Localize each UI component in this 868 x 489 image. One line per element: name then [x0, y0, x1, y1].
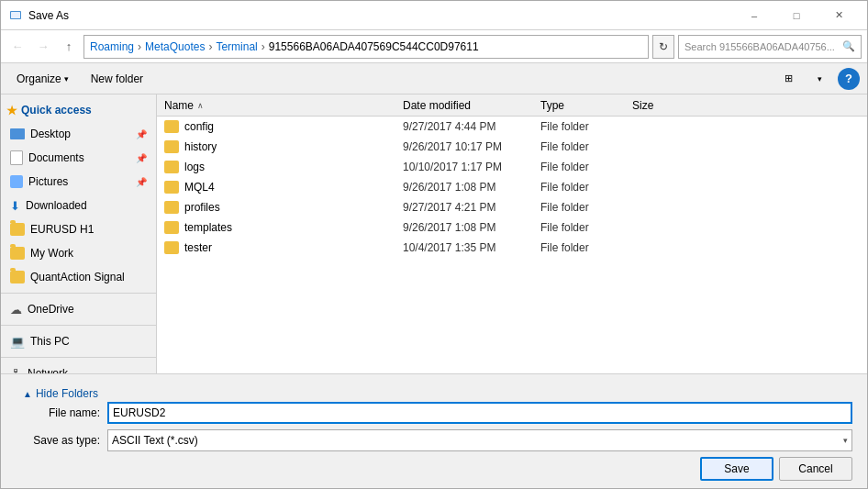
- bottom-section: ▲ Hide Folders File name: Save as type: …: [1, 373, 867, 488]
- col-header-type[interactable]: Type: [540, 99, 632, 112]
- sidebar-item-downloaded[interactable]: ⬇ Downloaded: [1, 194, 156, 217]
- refresh-button[interactable]: ↻: [652, 35, 674, 59]
- action-row: Save Cancel: [16, 457, 852, 481]
- folder-icon: [164, 140, 179, 153]
- view-button[interactable]: ⊞: [775, 68, 801, 90]
- file-list-header: Name ∧ Date modified Type Size: [157, 94, 867, 117]
- col-header-name[interactable]: Name ∧: [164, 99, 403, 112]
- file-date-cell: 10/4/2017 1:35 PM: [403, 241, 540, 254]
- quantaction-folder-icon: [10, 271, 25, 283]
- saveas-select[interactable]: ASCII Text (*.csv) ▾: [107, 429, 852, 451]
- table-row[interactable]: MQL4 9/26/2017 1:08 PM File folder: [157, 177, 867, 197]
- new-folder-button[interactable]: New folder: [83, 68, 151, 90]
- file-type-cell: File folder: [540, 201, 632, 214]
- save-as-dialog: Save As – □ ✕ ← → ↑ Roaming › MetaQuotes…: [0, 0, 868, 489]
- maximize-button[interactable]: □: [775, 1, 818, 30]
- folder-icon: [164, 201, 179, 214]
- forward-button[interactable]: →: [32, 36, 54, 58]
- file-name-cell: logs: [164, 161, 403, 173]
- filename-label: File name:: [16, 406, 107, 419]
- sidebar-quick-access-header[interactable]: ★ Quick access: [1, 98, 156, 122]
- file-pane: Name ∧ Date modified Type Size config: [157, 94, 867, 373]
- breadcrumb-metaquotes[interactable]: MetaQuotes: [145, 40, 205, 53]
- star-icon: ★: [6, 104, 17, 117]
- mywork-folder-icon: [10, 247, 25, 260]
- desktop-icon: [10, 128, 25, 139]
- title-bar: Save As – □ ✕: [1, 1, 867, 30]
- close-button[interactable]: ✕: [818, 1, 860, 30]
- table-row[interactable]: templates 9/26/2017 1:08 PM File folder: [157, 217, 867, 238]
- up-button[interactable]: ↑: [58, 36, 80, 58]
- file-name-cell: tester: [164, 241, 403, 254]
- folder-icon: [164, 241, 179, 254]
- main-content: ★ Quick access Desktop 📌 Documents 📌 Pic…: [1, 94, 867, 373]
- thispc-icon: 💻: [10, 335, 25, 349]
- eurusd-folder-icon: [10, 223, 25, 236]
- back-button[interactable]: ←: [6, 36, 28, 58]
- file-list-body[interactable]: config 9/27/2017 4:44 PM File folder his…: [157, 117, 867, 373]
- dialog-icon: [8, 8, 23, 23]
- breadcrumb-current: 915566BA06ADA407569C544CC0D97611: [269, 40, 479, 53]
- help-button[interactable]: ?: [838, 68, 860, 90]
- breadcrumb-roaming[interactable]: Roaming: [90, 40, 134, 53]
- folder-icon: [164, 221, 179, 234]
- file-name-cell: history: [164, 140, 403, 153]
- address-bar: ← → ↑ Roaming › MetaQuotes › Terminal › …: [1, 30, 867, 63]
- saveas-dropdown-icon: ▾: [843, 436, 848, 445]
- col-header-size[interactable]: Size: [632, 99, 860, 112]
- breadcrumb-bar[interactable]: Roaming › MetaQuotes › Terminal › 915566…: [83, 35, 649, 59]
- save-button[interactable]: Save: [700, 457, 773, 481]
- sidebar: ★ Quick access Desktop 📌 Documents 📌 Pic…: [1, 94, 157, 373]
- organize-button[interactable]: Organize ▾: [8, 68, 77, 90]
- sidebar-item-mywork[interactable]: My Work: [1, 241, 156, 265]
- documents-icon: [10, 150, 23, 165]
- file-type-cell: File folder: [540, 241, 632, 254]
- file-type-cell: File folder: [540, 181, 632, 194]
- search-box[interactable]: Search 915566BA06ADA40756... 🔍: [678, 35, 862, 59]
- svg-rect-1: [11, 12, 20, 18]
- sidebar-item-pictures[interactable]: Pictures 📌: [1, 170, 156, 194]
- saveas-row: Save as type: ASCII Text (*.csv) ▾: [16, 429, 852, 451]
- file-date-cell: 9/27/2017 4:44 PM: [403, 120, 540, 133]
- saveas-label: Save as type:: [16, 434, 107, 447]
- sidebar-item-documents[interactable]: Documents 📌: [1, 146, 156, 170]
- minimize-button[interactable]: –: [733, 1, 775, 30]
- title-bar-buttons: – □ ✕: [733, 1, 860, 30]
- file-type-cell: File folder: [540, 221, 632, 234]
- desktop-pin-icon: 📌: [136, 129, 147, 139]
- table-row[interactable]: profiles 9/27/2017 4:21 PM File folder: [157, 197, 867, 217]
- table-row[interactable]: logs 10/10/2017 1:17 PM File folder: [157, 157, 867, 177]
- saveas-select-value: ASCII Text (*.csv): [112, 434, 843, 447]
- cancel-button[interactable]: Cancel: [779, 457, 852, 481]
- title-bar-title: Save As: [28, 9, 733, 22]
- breadcrumb-terminal[interactable]: Terminal: [216, 40, 257, 53]
- folder-icon: [164, 120, 179, 133]
- table-row[interactable]: history 9/26/2017 10:17 PM File folder: [157, 137, 867, 157]
- file-date-cell: 10/10/2017 1:17 PM: [403, 161, 540, 173]
- folder-icon: [164, 161, 179, 173]
- table-row[interactable]: config 9/27/2017 4:44 PM File folder: [157, 117, 867, 137]
- organize-arrow-icon: ▾: [64, 74, 69, 83]
- toolbar: Organize ▾ New folder ⊞ ▾ ?: [1, 63, 867, 94]
- hide-folders-button[interactable]: ▲ Hide Folders: [16, 382, 852, 402]
- pictures-pin-icon: 📌: [136, 177, 147, 187]
- filename-input[interactable]: [107, 402, 852, 424]
- file-date-cell: 9/26/2017 1:08 PM: [403, 221, 540, 234]
- sidebar-item-network[interactable]: 🖧 Network: [1, 361, 156, 373]
- file-type-cell: File folder: [540, 161, 632, 173]
- sidebar-item-quantaction[interactable]: QuantAction Signal: [1, 265, 156, 289]
- col-header-date[interactable]: Date modified: [403, 99, 540, 112]
- sidebar-item-eurusd[interactable]: EURUSD H1: [1, 217, 156, 241]
- filename-row: File name:: [16, 402, 852, 424]
- network-icon: 🖧: [10, 367, 22, 374]
- sidebar-item-onedrive[interactable]: ☁ OneDrive: [1, 297, 156, 321]
- search-icon: 🔍: [842, 40, 855, 52]
- file-type-cell: File folder: [540, 140, 632, 153]
- view-arrow-icon[interactable]: ▾: [807, 68, 832, 90]
- sidebar-item-thispc[interactable]: 💻 This PC: [1, 329, 156, 353]
- file-name-cell: templates: [164, 221, 403, 234]
- table-row[interactable]: tester 10/4/2017 1:35 PM File folder: [157, 238, 867, 258]
- chevron-up-icon: ▲: [23, 389, 32, 399]
- sidebar-item-desktop[interactable]: Desktop 📌: [1, 122, 156, 146]
- search-placeholder: Search 915566BA06ADA40756...: [684, 41, 839, 52]
